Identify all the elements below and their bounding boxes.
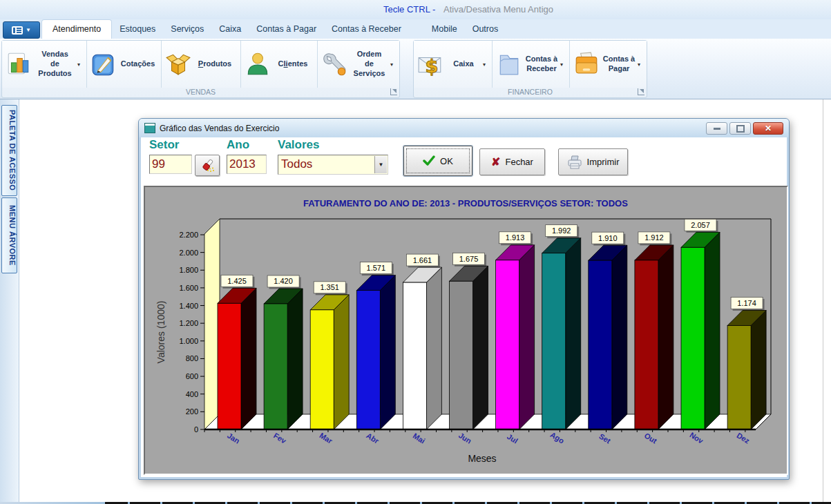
sidebar-tab-paleta-de-acesso[interactable]: PALETA DE ACESSO [1, 105, 17, 196]
dialog-launcher-icon[interactable] [638, 88, 644, 95]
ribbon-button-label: Vendas de Produtos [32, 50, 77, 78]
chevron-down-icon: ▾ [483, 61, 489, 68]
ribbon: Vendas de Produtos▾CotaçõesProdutosClien… [0, 39, 831, 99]
ok-button[interactable]: OK [403, 146, 472, 176]
minimize-button[interactable] [706, 122, 727, 135]
svg-text:2.200: 2.200 [179, 231, 198, 239]
menu-tab-row: ▼ AtendimentoEstoquesServiçosCaixaContas… [0, 19, 831, 39]
svg-text:Abr: Abr [365, 431, 381, 445]
bar-Nov[interactable] [681, 232, 720, 429]
menu-tab-contas-pagar[interactable]: Contas à Pagar [249, 20, 324, 39]
menu-tab-outros[interactable]: Outros [465, 20, 506, 39]
valores-selected-value: Todos [281, 157, 312, 171]
svg-text:Ago: Ago [548, 430, 566, 445]
main-area: PALETA DE ACESSO MENU ÁRVORE Gráfico das… [0, 99, 831, 503]
chevron-down-icon: ▾ [77, 61, 84, 68]
ribbon-button-vendas-de-produtos[interactable]: Vendas de Produtos▾ [2, 41, 87, 88]
svg-text:1.200: 1.200 [179, 319, 198, 327]
dialog-titlebar[interactable]: Gráfico das Vendas do Exercicio ✕ [139, 119, 789, 137]
svg-text:Jan: Jan [226, 431, 242, 445]
sales-bar-chart: FATURAMENTO DO ANO DE: 2013 - PRODUTOS/S… [145, 187, 787, 474]
bar-Jun[interactable] [450, 266, 488, 429]
bar-Set[interactable] [589, 245, 627, 429]
valores-label: Valores [278, 138, 320, 152]
svg-text:Mar: Mar [318, 431, 335, 445]
svg-text:Set: Set [598, 432, 612, 445]
bar-Abr[interactable] [356, 275, 395, 429]
ribbon-button-contas-à-pagar[interactable]: Contas à Pagar▾ [570, 41, 647, 88]
combo-dropdown-button[interactable]: ▼ [374, 156, 387, 173]
svg-text:Nov: Nov [688, 431, 705, 446]
setor-input[interactable] [149, 155, 192, 174]
menu-tab-estoques[interactable]: Estoques [112, 20, 163, 39]
top-hint-bar: Tecle CTRL - Ativa/Desativa Menu Antigo [0, 0, 831, 20]
svg-text:1.000: 1.000 [179, 337, 198, 345]
dialog-window-icon [144, 123, 155, 133]
svg-text:Fev: Fev [272, 431, 288, 445]
folder-orange-icon [573, 50, 600, 78]
fechar-label: Fechar [505, 157, 533, 167]
bar-Mai[interactable] [403, 267, 441, 429]
sales-chart-panel: FATURAMENTO DO ANO DE: 2013 - PRODUTOS/S… [144, 186, 788, 475]
value-label: 1.913 [506, 233, 525, 242]
menu-tab-caixa[interactable]: Caixa [211, 20, 249, 39]
setor-lookup-button[interactable] [195, 155, 220, 176]
close-button[interactable]: ✕ [753, 122, 783, 135]
bar-Jul[interactable] [496, 245, 535, 429]
bar-Fev[interactable] [264, 289, 303, 429]
value-label: 1.912 [644, 233, 664, 242]
x-icon: ✘ [491, 155, 500, 168]
ribbon-group-label: VENDAS [186, 88, 216, 96]
ribbon-button-label: Caixa [444, 59, 483, 69]
ribbon-button-label: Produtos [192, 59, 238, 69]
value-label: 1.675 [459, 255, 479, 263]
menu-tab-atendimento[interactable]: Atendimento [41, 19, 112, 39]
ribbon-button-produtos[interactable]: Produtos [162, 41, 241, 88]
bar-Mar[interactable] [310, 295, 349, 429]
valores-combobox[interactable]: Todos ▼ [278, 155, 388, 175]
ribbon-group-financeiro: $Caixa▾Contas à Receber▾Contas à Pagar▾F… [413, 40, 647, 98]
application-menu-button[interactable]: ▼ [3, 21, 40, 39]
menu-tab-mobile[interactable]: Mobile [424, 20, 465, 39]
ribbon-button-clientes[interactable]: Clientes [241, 41, 318, 88]
printer-icon [567, 155, 582, 169]
svg-text:400: 400 [186, 390, 198, 398]
bar-Out[interactable] [635, 245, 674, 429]
imprimir-button[interactable]: Imprimir [558, 148, 628, 175]
bar-Jan[interactable] [218, 288, 256, 429]
chart-icon [5, 50, 32, 78]
ribbon-button-label: Contas à Receber [523, 55, 560, 74]
ribbon-button-contas-à-receber[interactable]: Contas à Receber▾ [493, 41, 570, 88]
value-label: 1.174 [737, 299, 756, 307]
chevron-down-icon: ▼ [26, 28, 31, 33]
svg-text:200: 200 [186, 407, 198, 416]
ribbon-button-label: Clientes [271, 59, 314, 69]
ribbon-button-cotações[interactable]: Cotações [87, 41, 162, 88]
svg-text:Out: Out [643, 431, 659, 445]
imprimir-label: Imprimir [587, 157, 620, 167]
ano-input[interactable] [227, 155, 267, 174]
menu-tab-servi-os[interactable]: Serviços [163, 20, 211, 39]
dialog-launcher-icon[interactable] [390, 88, 397, 95]
svg-text:Meses: Meses [468, 453, 496, 464]
sidebar-tab-menu-arvore[interactable]: MENU ÁRVORE [1, 197, 17, 273]
menu-tab-contas-receber[interactable]: Contas à Receber [324, 20, 409, 39]
minimize-icon [714, 128, 720, 130]
bar-Ago[interactable] [542, 238, 581, 429]
ribbon-button-label: Ordem de Serviços [348, 50, 390, 78]
value-label: 1.661 [413, 256, 432, 264]
chevron-down-icon: ▾ [638, 61, 644, 68]
value-label: 1.425 [227, 277, 247, 285]
ribbon-button-ordem-de-serviços[interactable]: Ordem de Serviços▾ [318, 41, 399, 88]
fechar-button[interactable]: ✘ Fechar [479, 148, 545, 175]
ribbon-button-label: Cotações [117, 59, 158, 69]
value-label: 1.571 [367, 264, 386, 272]
restore-button[interactable] [729, 122, 751, 135]
ribbon-button-caixa[interactable]: $Caixa▾ [414, 41, 493, 88]
dialog-grafico-vendas: Gráfico das Vendas do Exercicio ✕ Setor … [138, 118, 790, 480]
value-label: 2.057 [691, 221, 710, 229]
chevron-down-icon: ▾ [560, 61, 566, 68]
close-icon: ✕ [765, 124, 772, 133]
bar-Dez[interactable] [727, 311, 766, 429]
cash-icon: $ [417, 50, 444, 78]
